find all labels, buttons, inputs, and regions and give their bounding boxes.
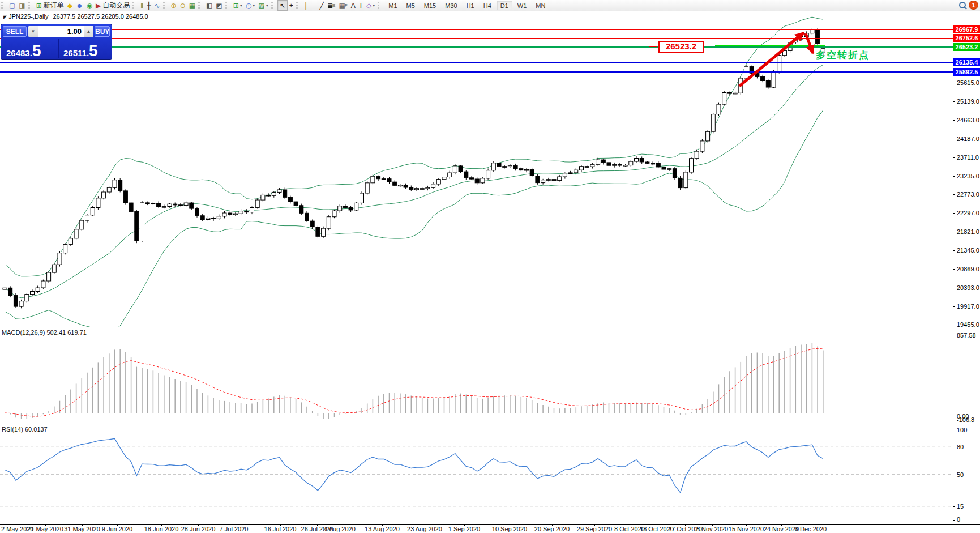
timeframe-mn[interactable]: MN — [532, 1, 549, 10]
grid-icon[interactable]: ▦F — [337, 1, 349, 10]
rsi-panel — [0, 438, 953, 506]
price-line-26752.6[interactable] — [0, 38, 953, 39]
date-tick — [552, 525, 553, 526]
date-label: 16 Jul 2020 — [264, 526, 297, 532]
autotrading-button[interactable]: ▶自动交易 — [94, 1, 131, 10]
date-tick — [117, 525, 118, 526]
metaeditor-icon[interactable]: ◆ — [66, 1, 74, 10]
date-label: 23 Aug 2020 — [407, 526, 442, 532]
date-tick — [198, 525, 199, 526]
rsi-axis-label: 50 — [957, 471, 964, 478]
new-order-button[interactable]: ⊞新订单 — [35, 1, 66, 10]
toolbar-group-grip — [198, 2, 203, 9]
volume-decrease-button[interactable]: ▼ — [28, 26, 38, 37]
line-chart-icon[interactable]: ∿ — [153, 1, 162, 10]
timeframe-d1[interactable]: D1 — [497, 1, 512, 10]
volume-value[interactable]: 1.00 — [38, 27, 84, 36]
fibonacci-icon[interactable]: ≣E — [326, 1, 337, 10]
tile-windows-icon[interactable]: ▦ — [187, 1, 197, 10]
experts-icon[interactable]: ☻ — [74, 1, 85, 10]
candlestick-chart-icon[interactable]: ╂ — [145, 1, 152, 10]
vertical-line-icon[interactable]: │ — [302, 1, 310, 10]
crosshair-icon: + — [289, 2, 293, 9]
terminal-window-icon[interactable]: ▢ — [7, 1, 17, 10]
trade-panel-prices: 26483.5 26511.5 — [1, 39, 112, 59]
horizontal-line-icon[interactable]: ─ — [310, 1, 318, 10]
indicators-icon: ⊞ — [233, 2, 239, 9]
zoom-out-icon[interactable]: ⊖ — [178, 1, 187, 10]
templates-icon[interactable]: ▨▾ — [256, 1, 269, 10]
horizontal-line-icon: ─ — [311, 2, 316, 9]
text-label-icon[interactable]: T — [357, 1, 365, 10]
price-axis-label: 24187.0 — [957, 135, 979, 142]
timeframe-h4[interactable]: H4 — [480, 1, 495, 10]
date-label: 3 Dec 2020 — [795, 526, 827, 532]
search-icon[interactable] — [959, 2, 966, 8]
price-line-26135.4[interactable] — [0, 62, 953, 63]
text-icon[interactable]: A — [349, 1, 357, 10]
cascade-windows-icon[interactable]: ◩ — [214, 1, 224, 10]
bollinger-mid — [5, 65, 823, 297]
price-axis-label: 20869.0 — [957, 266, 979, 272]
price-axis-label: 23711.0 — [957, 154, 979, 161]
candles — [3, 28, 825, 309]
indicators-icon[interactable]: ⊞▾ — [232, 1, 244, 10]
volume-stepper[interactable]: ▼ 1.00 ▲ — [28, 26, 93, 37]
sell-button[interactable]: SELL — [3, 26, 27, 37]
candlestick-chart-icon: ╂ — [147, 2, 151, 9]
caret-down-icon: ▾ — [253, 3, 255, 8]
periods-icon: ◷ — [246, 2, 251, 9]
date-tick — [425, 525, 425, 526]
zoom-in-icon[interactable]: ⊕ — [169, 1, 178, 10]
price-axis-label: 23235.0 — [957, 173, 979, 180]
arrows-icon[interactable]: ◇▾ — [365, 1, 376, 10]
timeframe-m15[interactable]: M15 — [420, 1, 440, 10]
timeframe-m30[interactable]: M30 — [441, 1, 461, 10]
chart-symbol-label: JPN225-,Daily — [8, 13, 48, 20]
buy-button[interactable]: BUY — [95, 26, 110, 37]
crosshair-icon[interactable]: + — [288, 1, 295, 10]
price-axis-label: 20393.0 — [957, 284, 979, 291]
templates-icon: ▨ — [258, 2, 264, 9]
price-flag-label[interactable]: 26523.2 — [658, 41, 704, 53]
volume-increase-button[interactable]: ▲ — [84, 26, 93, 37]
price-line-26523.2[interactable] — [0, 46, 953, 48]
notification-badge[interactable]: 1 — [969, 1, 978, 9]
cascade-windows-icon: ◩ — [216, 2, 222, 9]
timeframe-m1[interactable]: M1 — [384, 1, 401, 10]
chart-corner-icon[interactable]: ◤ — [3, 15, 7, 20]
timeframe-m5[interactable]: M5 — [403, 1, 419, 10]
date-tick — [630, 525, 630, 526]
timeframe-h1[interactable]: H1 — [463, 1, 478, 10]
cursor-icon: ↖ — [280, 2, 285, 9]
chart-area[interactable]: ◤JPN225-,Daily26377.5 26527.5 26285.0 26… — [0, 11, 980, 533]
news-icon: ◉ — [87, 2, 92, 9]
date-label: 20 Sep 2020 — [534, 526, 570, 532]
price-axis-label: 19917.0 — [957, 303, 979, 310]
bar-chart-icon[interactable]: ‖ — [139, 1, 145, 10]
metaeditor-icon: ◆ — [67, 2, 72, 9]
date-tick — [781, 525, 782, 526]
auto-arrange-icon[interactable]: ◧ — [204, 1, 214, 10]
cursor-icon[interactable]: ↖ — [277, 0, 288, 11]
chart-canvas[interactable] — [0, 11, 980, 533]
sell-price-int: 26483 — [6, 48, 30, 58]
trade-panel-top-row: SELL ▼ 1.00 ▲ BUY — [1, 24, 112, 38]
arrows-icon: ◇ — [366, 2, 371, 9]
bar-chart-icon: ‖ — [140, 2, 143, 9]
price-line-26967.9[interactable] — [0, 29, 953, 30]
strategy-tester-icon[interactable]: ◨ — [17, 1, 27, 10]
new-order-button: ⊞ — [36, 2, 42, 9]
date-tick — [45, 525, 46, 526]
timeframe-w1[interactable]: W1 — [513, 1, 531, 10]
trendline-icon[interactable]: ╱ — [318, 1, 326, 10]
autotrading-button-label: 自动交易 — [102, 1, 130, 10]
news-icon[interactable]: ◉ — [85, 1, 94, 10]
periods-icon[interactable]: ◷▾ — [244, 1, 257, 10]
date-label: 31 May 2020 — [64, 526, 100, 532]
chart-title: ◤JPN225-,Daily26377.5 26527.5 26285.0 26… — [3, 13, 148, 20]
toolbar-group-grip — [296, 2, 301, 9]
price-line-25892.5[interactable] — [0, 71, 953, 73]
toolbar-group-grip — [1, 2, 6, 9]
turning-point-text[interactable]: 多空转折点 — [816, 49, 870, 62]
